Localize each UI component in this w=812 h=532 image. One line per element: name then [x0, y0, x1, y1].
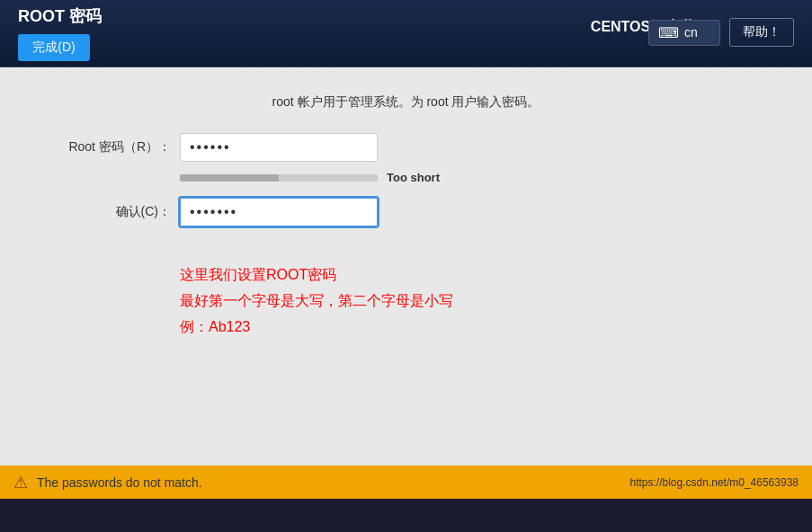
warning-text: The passwords do not match.	[37, 475, 202, 490]
warning-icon: ⚠	[13, 473, 28, 492]
annotation-block: 这里我们设置ROOT密码 最好第一个字母是大写，第二个字母是小写 例：Ab123	[180, 262, 758, 340]
root-password-input[interactable]	[180, 133, 378, 162]
password-strength-bar	[180, 174, 378, 182]
header-controls: ⌨ cn 帮助！	[648, 18, 794, 47]
warning-url: https://blog.csdn.net/m0_46563938	[630, 476, 799, 489]
annotation-line2: 最好第一个字母是大写，第二个字母是小写	[180, 288, 758, 315]
annotation-line3: 例：Ab123	[180, 315, 758, 341]
confirm-password-label: 确认(C)：	[54, 204, 171, 220]
root-password-label: Root 密码（R）：	[54, 139, 171, 155]
confirm-password-row: 确认(C)：	[54, 198, 758, 226]
header-left: ROOT 密码 完成(D)	[18, 5, 102, 61]
main-content: root 帐户用于管理系统。为 root 用户输入密码。 Root 密码（R）：…	[0, 67, 812, 499]
help-button[interactable]: 帮助！	[729, 18, 794, 47]
strength-label: Too short	[387, 171, 440, 184]
warning-bar: ⚠ The passwords do not match. https://bl…	[0, 466, 812, 499]
keyboard-language-selector[interactable]: ⌨ cn	[648, 20, 720, 46]
confirm-password-input[interactable]	[180, 198, 378, 226]
root-password-row: Root 密码（R）：	[54, 133, 758, 162]
language-label: cn	[684, 25, 698, 40]
page-title: ROOT 密码	[18, 5, 102, 27]
content-inner: root 帐户用于管理系统。为 root 用户输入密码。 Root 密码（R）：…	[0, 67, 812, 367]
annotation-line1: 这里我们设置ROOT密码	[180, 262, 758, 288]
header: ROOT 密码 完成(D) CENTOS 7 安装 ⌨ cn 帮助！	[0, 0, 812, 67]
done-button[interactable]: 完成(D)	[18, 34, 90, 61]
strength-row: Too short	[180, 171, 758, 184]
description-text: root 帐户用于管理系统。为 root 用户输入密码。	[54, 94, 758, 111]
keyboard-icon: ⌨	[658, 24, 679, 41]
